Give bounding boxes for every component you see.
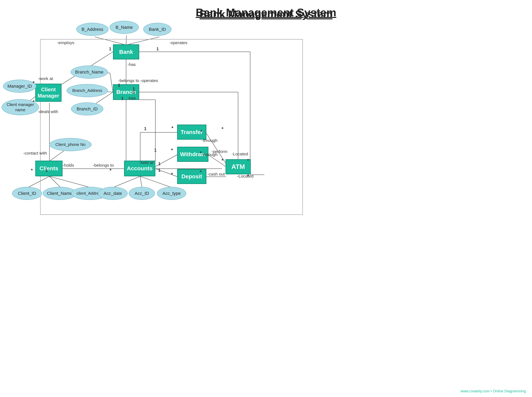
mult-1-branch-op2: 1 (133, 89, 135, 95)
label-holds: -holds (63, 163, 74, 168)
svg-line-25 (140, 176, 142, 187)
mult-star-cm1: * (33, 80, 34, 86)
mult-1-deposit: 1 (158, 168, 161, 173)
label-perform: -perform (211, 149, 227, 154)
label-operates1: -operates (170, 40, 187, 45)
mult-1-bank-atm: 1 (156, 46, 159, 52)
mult-star-atm1: * (222, 126, 223, 132)
label-held-at: -held at (139, 160, 153, 165)
svg-line-2 (126, 37, 159, 45)
label-belongs-to2: -belongs to (93, 163, 114, 168)
mult-star-deposit: * (171, 172, 173, 177)
label-cash-out: -cash out (207, 172, 225, 177)
mult-1-clients: 1 (45, 168, 48, 173)
mult-star-cm2: * (33, 99, 34, 105)
attr-b-address: B_Address (76, 23, 108, 36)
entity-bank[interactable]: Bank (113, 44, 139, 59)
attr-client-id: Client_ID (12, 187, 42, 200)
svg-line-26 (140, 176, 171, 187)
attr-branch-name: Branch_Name (71, 66, 108, 79)
attr-client-phone: Client_phone No (49, 138, 92, 151)
attr-acc-id: Acc_ID (129, 187, 155, 200)
attr-branch-id: Branch_ID (71, 102, 103, 116)
mult-star-atm4: * (247, 173, 249, 179)
entity-deposit[interactable]: Deposit (177, 169, 206, 184)
svg-line-7 (110, 73, 113, 92)
label-located2: -Located (237, 174, 253, 179)
attr-b-name: B_Name (109, 21, 139, 34)
label-has1: -has (127, 62, 136, 67)
label-employs: -employs (57, 40, 74, 45)
label-contact-with: -contact with (23, 151, 47, 155)
mult-1-bank-branch: 1 (109, 46, 111, 52)
mult-1-transfer: 1 (144, 126, 146, 131)
mult-star-transfer: * (171, 125, 173, 131)
attr-bank-id: Bank_ID (143, 23, 171, 36)
svg-line-20 (28, 176, 50, 187)
mult-star-clients1: * (31, 168, 33, 173)
mult-star-withdraw2: * (200, 150, 202, 156)
mult-1-branch-belongs: 1 (118, 83, 120, 88)
attr-manager-id: Manager_ID (3, 80, 36, 93)
entity-client-manager[interactable]: ClientManager (35, 84, 62, 102)
label-has2: -has (127, 96, 136, 100)
label-deals-with: -deals with (38, 109, 58, 114)
mult-1-accounts-held: 1 (158, 161, 161, 167)
mult-star-transfer2: * (201, 129, 202, 135)
mult-1-withdraw: 1 (154, 148, 157, 153)
svg-line-0 (95, 37, 126, 45)
mult-star-deposit2: * (200, 169, 202, 175)
mult-star-atm3: * (247, 158, 249, 163)
watermark: www.creately.com • Online Diagramming (461, 389, 526, 393)
label-belongs-to: -belongs to (118, 78, 139, 83)
attr-acc-type: Acc_type (157, 187, 186, 200)
svg-line-1 (126, 35, 127, 45)
attr-branch-address: Branch_Address (67, 84, 108, 97)
entity-clients[interactable]: Clients (35, 161, 63, 176)
mult-1-branch-has: 1 (121, 96, 123, 101)
label-located1: -Located (232, 152, 248, 156)
label-through1: -through (202, 138, 217, 143)
mult-star-withdraw: * (171, 148, 173, 153)
svg-line-24 (113, 176, 140, 187)
attr-acc-date: Acc_date (98, 187, 128, 200)
mult-star-accounts1: * (109, 168, 111, 173)
label-work-at: -work at (38, 76, 53, 81)
diagram-area: Bank Management System (0, 0, 532, 397)
mult-star-atm2: * (222, 158, 223, 163)
svg-line-22 (50, 176, 90, 187)
label-operates2: -operates (140, 78, 158, 83)
